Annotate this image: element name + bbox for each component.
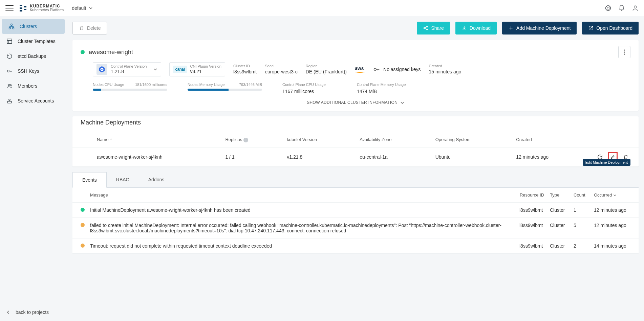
event-message: Timeout: request did not complete within… xyxy=(87,238,517,253)
cni-version-value: v3.21 xyxy=(190,69,221,74)
kubermatic-logo-icon xyxy=(19,4,27,12)
svg-rect-8 xyxy=(11,24,13,26)
col-name[interactable]: Name ⌃ xyxy=(89,132,217,147)
event-occurred: 14 minutes ago xyxy=(591,238,639,253)
sidebar: Clusters Cluster Templates etcd Backups … xyxy=(0,16,67,321)
svg-rect-16 xyxy=(7,101,12,103)
event-message: failed to create initial MachineDeployme… xyxy=(87,217,517,238)
md-replicas: 1 / 1 xyxy=(217,147,279,166)
event-row: Timeout: request did not complete within… xyxy=(72,238,639,253)
event-resource-id: l8ss9wlbmt xyxy=(517,217,547,238)
sidebar-item-templates[interactable]: Cluster Templates xyxy=(0,34,67,49)
project-name: default xyxy=(72,5,86,11)
cp-cpu-usage: Control Plane CPU Usage 1167 millicores xyxy=(282,83,337,94)
open-dashboard-label: Open Dashboard xyxy=(596,25,632,31)
cluster-seed: Seed europe-west3-c xyxy=(265,64,298,75)
download-icon xyxy=(461,25,467,31)
md-kubelet: v1.21.8 xyxy=(279,147,351,166)
sidebar-item-etcd[interactable]: etcd Backups xyxy=(0,49,67,64)
tab-addons[interactable]: Addons xyxy=(139,172,174,187)
sidebar-item-label: Clusters xyxy=(20,24,37,29)
sidebar-item-label: Cluster Templates xyxy=(18,39,56,44)
cluster-name: awesome-wright xyxy=(89,49,618,56)
cluster-created: Created 15 minutes ago xyxy=(429,64,461,75)
events-panel: Message Resource ID Type Count Occurred … xyxy=(72,188,639,254)
chevron-down-icon xyxy=(400,101,404,105)
svg-point-26 xyxy=(374,68,377,71)
sidebar-item-ssh[interactable]: SSH Keys xyxy=(0,64,67,78)
brand-logo-block[interactable]: KUBERMATIC Kubernetes Platform xyxy=(19,4,64,12)
add-machine-deployment-button[interactable]: Add Machine Deployment xyxy=(502,22,577,35)
svg-rect-2 xyxy=(20,10,22,12)
control-plane-version-selector[interactable]: Control Plane Version 1.21.8 xyxy=(93,62,161,76)
sidebar-item-members[interactable]: Members xyxy=(0,78,67,93)
col-os: Operating System xyxy=(427,132,508,147)
event-type: Cluster xyxy=(547,202,571,217)
user-icon[interactable] xyxy=(632,5,639,12)
event-count: 2 xyxy=(571,238,591,253)
svg-point-12 xyxy=(7,70,9,72)
tabs: Events RBAC Addons xyxy=(72,172,639,188)
md-name: awesome-wright-worker-sj4knh xyxy=(89,147,217,166)
svg-rect-10 xyxy=(13,27,14,29)
svg-rect-9 xyxy=(9,27,11,29)
download-label: Download xyxy=(470,25,491,31)
col-occurred[interactable]: Occurred xyxy=(591,188,639,203)
col-count: Count xyxy=(571,188,591,203)
chevron-down-icon xyxy=(613,193,617,197)
backup-icon xyxy=(6,53,13,59)
event-status-dot xyxy=(81,244,85,248)
external-link-icon xyxy=(588,25,594,31)
menu-toggle[interactable] xyxy=(5,4,14,12)
provider-badge-aws: aws xyxy=(355,66,365,73)
machine-deployments-title: Machine Deployments xyxy=(72,116,639,132)
templates-icon xyxy=(6,38,13,44)
svg-point-6 xyxy=(607,7,609,9)
help-icon[interactable] xyxy=(605,5,611,12)
back-to-projects[interactable]: back to projects xyxy=(0,303,67,321)
event-resource-id: l8ss9wlbmt xyxy=(517,202,547,217)
col-replicas: Replicasi xyxy=(217,132,279,147)
kubernetes-icon xyxy=(96,64,107,75)
md-row[interactable]: awesome-wright-worker-sj4knh 1 / 1 v1.21… xyxy=(72,147,639,166)
edit-md-tooltip: Edit Machine Deployment xyxy=(583,159,630,166)
cp-version-value: 1.21.8 xyxy=(111,69,147,74)
info-icon[interactable]: i xyxy=(243,138,248,142)
sidebar-item-service-accounts[interactable]: Service Accounts xyxy=(0,93,67,108)
svg-point-20 xyxy=(624,50,625,51)
share-button[interactable]: Share xyxy=(417,22,450,35)
download-button[interactable]: Download xyxy=(455,22,497,35)
show-additional-info[interactable]: SHOW ADDITIONAL CLUSTER INFORMATION xyxy=(72,94,639,111)
col-message: Message xyxy=(87,188,517,203)
svg-point-22 xyxy=(624,54,625,55)
back-label: back to projects xyxy=(16,309,49,315)
svg-point-25 xyxy=(101,69,103,70)
share-label: Share xyxy=(431,25,444,31)
event-status-dot xyxy=(81,223,85,227)
project-selector[interactable]: default xyxy=(72,5,93,11)
share-icon xyxy=(423,25,428,31)
tab-rbac[interactable]: RBAC xyxy=(107,172,139,187)
chevron-down-icon xyxy=(89,6,93,10)
delete-button[interactable]: Delete xyxy=(72,22,107,35)
kebab-icon xyxy=(624,49,625,55)
status-dot-healthy xyxy=(81,50,85,54)
tab-events[interactable]: Events xyxy=(72,172,107,188)
event-row: failed to create initial MachineDeployme… xyxy=(72,217,639,238)
svg-rect-3 xyxy=(24,6,26,7)
svg-point-7 xyxy=(634,6,637,8)
col-type: Type xyxy=(547,188,571,203)
clusters-icon xyxy=(8,23,15,29)
cluster-region: Region DE (EU (Frankfurt)) xyxy=(306,64,347,75)
chevron-left-icon xyxy=(6,310,10,314)
event-resource-id: l8ss9wlbmt xyxy=(517,238,547,253)
col-kubelet: kubelet Version xyxy=(279,132,351,147)
notifications-icon[interactable] xyxy=(618,5,625,12)
open-dashboard-button[interactable]: Open Dashboard xyxy=(582,22,639,35)
svg-point-21 xyxy=(624,52,625,53)
nodes-cpu-usage: Nodes CPU Usage181/1600 millicores xyxy=(93,83,167,94)
event-type: Cluster xyxy=(547,238,571,253)
sidebar-item-clusters[interactable]: Clusters xyxy=(2,19,65,34)
cluster-more-menu[interactable] xyxy=(618,46,630,58)
sidebar-item-label: Service Accounts xyxy=(18,98,54,104)
